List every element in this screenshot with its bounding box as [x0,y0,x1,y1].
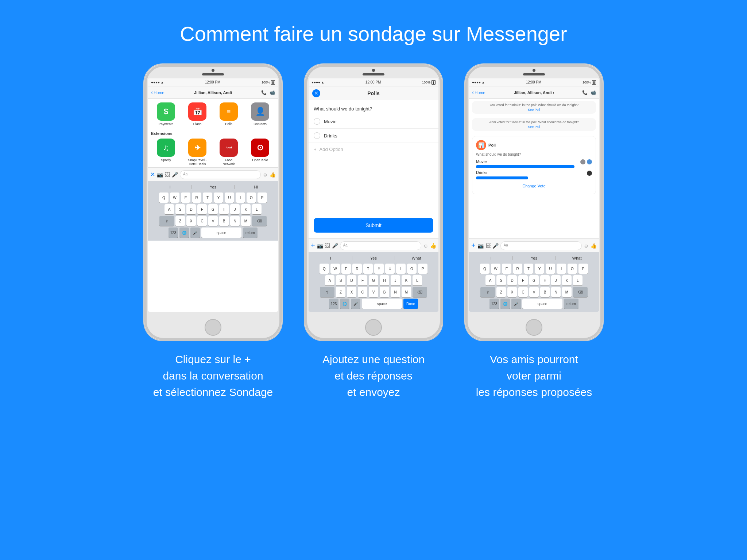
app-contacts[interactable]: 👤 Contacts [245,102,275,126]
ext-food[interactable]: food FoodNetwork [214,139,244,166]
key-l[interactable]: L [252,204,262,214]
suggestion2-what[interactable]: What [395,256,438,260]
suggestion-i[interactable]: I [149,185,192,189]
key-q[interactable]: Q [159,192,169,203]
key-j[interactable]: J [230,204,240,214]
k2-e[interactable]: E [341,264,351,274]
key-k[interactable]: K [241,204,251,214]
k3-i[interactable]: I [557,264,566,274]
k2-space[interactable]: space [362,299,402,309]
key-p[interactable]: P [258,192,267,203]
k2-h[interactable]: H [380,275,389,285]
key-r[interactable]: R [192,192,201,203]
k2-n[interactable]: N [391,287,400,297]
key-123[interactable]: 123 [169,228,178,238]
k2-y[interactable]: Y [374,264,384,274]
k2-globe[interactable]: 🌐 [340,299,349,309]
ext-snaptravel[interactable]: ✈ SnapTravel -Hotel Deals [182,139,212,166]
message-input-3[interactable]: Aa [500,241,582,250]
suggestion-yes[interactable]: Yes [192,185,235,189]
k3-y[interactable]: Y [535,264,544,274]
key-w[interactable]: W [170,192,179,203]
suggestion3-what[interactable]: What [556,256,598,260]
key-m[interactable]: M [241,216,251,226]
key-return[interactable]: return [243,228,258,238]
suggestion2-i[interactable]: I [309,256,352,260]
k2-d[interactable]: D [347,275,356,285]
camera-icon-2[interactable]: 📷 [317,243,323,249]
key-t[interactable]: T [203,192,212,203]
message-input-2[interactable]: Aa [340,241,421,250]
k2-t[interactable]: T [363,264,373,274]
k3-mic[interactable]: 🎤 [511,299,521,309]
like-icon-3[interactable]: 👍 [591,243,597,249]
key-o[interactable]: O [247,192,256,203]
app-payments[interactable]: $ Payments [151,102,181,126]
k2-l[interactable]: L [413,275,422,285]
suggestion3-yes[interactable]: Yes [513,256,556,260]
nav-back-1[interactable]: Home [151,89,165,96]
ext-spotify[interactable]: ♫ Spotify [151,139,181,166]
like-icon-1[interactable]: 👍 [270,172,276,178]
suggestion3-i[interactable]: I [470,256,513,260]
key-y[interactable]: Y [214,192,223,203]
k3-e[interactable]: E [502,264,511,274]
k2-z[interactable]: Z [336,287,345,297]
close-button[interactable]: ✕ [312,89,320,97]
k3-globe[interactable]: 🌐 [500,299,510,309]
radio-drinks[interactable] [314,132,320,139]
app-polls[interactable]: ≡ Polls [214,102,244,126]
k2-g[interactable]: G [369,275,378,285]
k3-h[interactable]: H [540,275,550,285]
emoji-icon-2[interactable]: ☺ [423,243,428,249]
see-poll-link-1[interactable]: See Poll [475,108,593,112]
k3-p[interactable]: P [578,264,588,274]
video-icon-3[interactable]: 📹 [591,90,596,95]
poll-option-movie[interactable]: Movie [309,114,438,129]
key-s[interactable]: S [175,204,185,214]
photo-icon-3[interactable]: 🖼 [485,243,491,249]
key-f[interactable]: F [197,204,207,214]
key-globe[interactable]: 🌐 [179,228,189,238]
k2-x[interactable]: X [347,287,356,297]
call-icon-1[interactable]: 📞 [261,90,267,95]
k3-a[interactable]: A [485,275,495,285]
key-x[interactable]: X [186,216,196,226]
k2-o[interactable]: O [407,264,417,274]
k3-r[interactable]: R [513,264,522,274]
k2-s[interactable]: S [336,275,345,285]
k3-space[interactable]: space [522,299,562,309]
key-i[interactable]: I [236,192,245,203]
suggestion-hi[interactable]: Hi [235,185,277,189]
k3-g[interactable]: G [529,275,539,285]
k2-123[interactable]: 123 [329,299,338,309]
see-poll-link-2[interactable]: See Poll [475,125,593,129]
k3-f[interactable]: F [518,275,528,285]
k2-u[interactable]: U [385,264,395,274]
plus-icon-2[interactable]: + [311,241,315,250]
k3-v[interactable]: V [529,287,539,297]
mic-icon-1[interactable]: 🎤 [172,172,178,178]
submit-button[interactable]: Submit [314,218,433,233]
k3-c[interactable]: C [518,287,528,297]
like-icon-2[interactable]: 👍 [430,243,436,249]
k2-r[interactable]: R [352,264,362,274]
key-d[interactable]: D [186,204,196,214]
key-e[interactable]: E [181,192,190,203]
photo-icon-1[interactable]: 🖼 [165,172,170,178]
key-u[interactable]: U [225,192,234,203]
key-z[interactable]: Z [175,216,185,226]
k3-u[interactable]: U [546,264,555,274]
k2-i[interactable]: I [396,264,406,274]
app-plans[interactable]: 📅 Plans [182,102,212,126]
add-option[interactable]: + Add Option [309,143,438,156]
k2-mic[interactable]: 🎤 [351,299,360,309]
k2-done[interactable]: Done [403,299,418,309]
radio-movie[interactable] [314,118,320,125]
k3-w[interactable]: W [491,264,500,274]
k2-backspace[interactable]: ⌫ [413,287,427,297]
suggestion2-yes[interactable]: Yes [352,256,395,260]
key-h[interactable]: H [219,204,229,214]
k3-d[interactable]: D [507,275,517,285]
photo-icon-2[interactable]: 🖼 [325,243,330,249]
